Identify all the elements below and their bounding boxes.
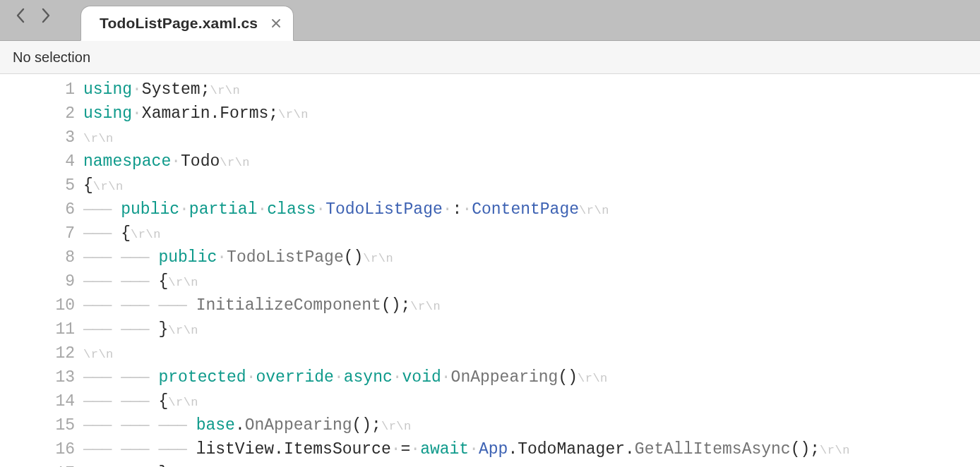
code-content[interactable]: ——— {\r\n	[83, 222, 980, 246]
breadcrumb-bar[interactable]: No selection	[0, 41, 980, 74]
line-number: 7	[0, 222, 83, 245]
code-line[interactable]: 11——— ——— }\r\n	[0, 318, 980, 342]
code-line[interactable]: 10——— ——— ——— InitializeComponent();\r\n	[0, 294, 980, 318]
line-number: 17	[0, 462, 83, 467]
code-content[interactable]: ——— ——— {\r\n	[83, 390, 980, 414]
line-number: 10	[0, 294, 83, 317]
code-content[interactable]: ——— public·partial·class·TodoListPage·:·…	[83, 198, 980, 222]
line-number: 16	[0, 438, 83, 461]
code-content[interactable]: ——— ——— public·TodoListPage()\r\n	[83, 246, 980, 270]
code-content[interactable]: ——— ——— ——— listView.ItemsSource·=·await…	[83, 438, 980, 462]
line-number: 12	[0, 342, 83, 365]
line-number: 11	[0, 318, 83, 341]
code-line[interactable]: 3\r\n	[0, 126, 980, 150]
code-line[interactable]: 4namespace·Todo\r\n	[0, 150, 980, 174]
code-line[interactable]: 9——— ——— {\r\n	[0, 270, 980, 294]
code-line[interactable]: 17——— ——— }\r\n	[0, 462, 980, 467]
line-number: 13	[0, 366, 83, 389]
nav-back-icon[interactable]	[16, 8, 27, 23]
code-line[interactable]: 12\r\n	[0, 342, 980, 366]
code-editor[interactable]: 1using·System;\r\n2using·Xamarin.Forms;\…	[0, 74, 980, 467]
tab-title: TodoListPage.xaml.cs	[100, 15, 258, 32]
code-line[interactable]: 13——— ——— protected·override·async·void·…	[0, 366, 980, 390]
code-content[interactable]: \r\n	[83, 342, 980, 366]
code-line[interactable]: 1using·System;\r\n	[0, 78, 980, 102]
code-content[interactable]: namespace·Todo\r\n	[83, 150, 980, 174]
code-line[interactable]: 15——— ——— ——— base.OnAppearing();\r\n	[0, 414, 980, 438]
code-content[interactable]: ——— ——— ——— base.OnAppearing();\r\n	[83, 414, 980, 438]
code-line[interactable]: 5{\r\n	[0, 174, 980, 198]
breadcrumb-text: No selection	[13, 49, 90, 66]
code-line[interactable]: 2using·Xamarin.Forms;\r\n	[0, 102, 980, 126]
code-content[interactable]: using·Xamarin.Forms;\r\n	[83, 102, 980, 126]
line-number: 9	[0, 270, 83, 293]
code-line[interactable]: 8——— ——— public·TodoListPage()\r\n	[0, 246, 980, 270]
code-content[interactable]: ——— ——— }\r\n	[83, 462, 980, 467]
code-line[interactable]: 16——— ——— ——— listView.ItemsSource·=·awa…	[0, 438, 980, 462]
editor-tab[interactable]: TodoListPage.xaml.cs	[80, 6, 294, 41]
code-content[interactable]: using·System;\r\n	[83, 78, 980, 102]
nav-forward-icon[interactable]	[40, 8, 51, 23]
nav-arrows	[0, 8, 66, 33]
code-content[interactable]: ——— ——— }\r\n	[83, 318, 980, 342]
line-number: 14	[0, 390, 83, 413]
line-number: 6	[0, 198, 83, 221]
code-content[interactable]: \r\n	[83, 126, 980, 150]
line-number: 2	[0, 102, 83, 125]
code-content[interactable]: {\r\n	[83, 174, 980, 198]
line-number: 8	[0, 246, 83, 269]
line-number: 3	[0, 126, 83, 149]
close-icon[interactable]	[269, 16, 283, 30]
code-content[interactable]: ——— ——— ——— InitializeComponent();\r\n	[83, 294, 980, 318]
line-number: 5	[0, 174, 83, 197]
line-number: 1	[0, 78, 83, 101]
editor-topbar: TodoListPage.xaml.cs	[0, 0, 980, 41]
code-content[interactable]: ——— ——— {\r\n	[83, 270, 980, 294]
code-content[interactable]: ——— ——— protected·override·async·void·On…	[83, 366, 980, 390]
code-line[interactable]: 6——— public·partial·class·TodoListPage·:…	[0, 198, 980, 222]
line-number: 15	[0, 414, 83, 437]
code-line[interactable]: 14——— ——— {\r\n	[0, 390, 980, 414]
code-line[interactable]: 7——— {\r\n	[0, 222, 980, 246]
line-number: 4	[0, 150, 83, 173]
